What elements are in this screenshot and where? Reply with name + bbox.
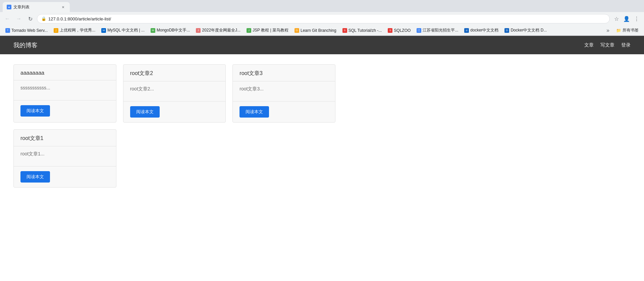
bookmark-favicon-6: G (294, 28, 299, 33)
bookmark-item-10[interactable]: d docker中文文档 (462, 27, 501, 34)
bookmark-item-3[interactable]: M MongoDB中文手... (148, 27, 193, 34)
bookmark-favicon-9: 江 (417, 28, 421, 33)
article-title-section-3: root文章1 (14, 130, 116, 146)
bookmarks-folder-label: 所有书签 (623, 27, 639, 33)
main-nav: 文章 写文章 登录 (584, 42, 631, 48)
folder-icon: 📁 (616, 28, 621, 33)
article-title-0: aaaaaaaa (20, 70, 109, 76)
bookmark-item-9[interactable]: 江 江苏省阳光招生平... (414, 27, 461, 34)
tab-close-button[interactable]: ✕ (60, 4, 66, 10)
address-bar-row: ← → ↻ 🔒 127.0.0.1:8000/article/article-l… (0, 12, 644, 25)
article-card-2: root文章3 root文章3... 阅读本文 (232, 64, 335, 123)
article-title-section-1: root文章2 (123, 65, 226, 81)
articles-grid-row1: aaaaaaaa sssssssssss... 阅读本文 root文章2 roo… (13, 64, 335, 123)
bookmark-label-4: 2022年度全网最全J... (202, 27, 240, 33)
article-title-1: root文章2 (130, 70, 219, 77)
address-bar[interactable]: 🔒 127.0.0.1:8000/article/article-list/ (37, 14, 610, 23)
menu-button[interactable]: ⋮ (632, 14, 641, 23)
bookmark-label-5: JSP 教程 | 菜鸟教程 (253, 27, 288, 33)
bookmark-item-2[interactable]: M MySQL 中文文档 | ... (99, 27, 147, 34)
site-title: 我的博客 (13, 41, 38, 49)
bookmark-item-4[interactable]: 2 2022年度全网最全J... (193, 27, 243, 34)
bookmark-favicon-8: S (388, 28, 392, 33)
bookmarks-folder[interactable]: 📁 所有书签 (613, 27, 641, 34)
bookmark-star-button[interactable]: ☆ (612, 14, 621, 23)
article-excerpt-section-0: sssssssssss... (14, 80, 116, 100)
article-excerpt-1: root文章2... (130, 86, 219, 92)
bookmark-favicon-1: 上 (54, 28, 58, 33)
bookmark-favicon-3: M (151, 28, 155, 33)
bookmark-favicon-0: T (5, 28, 10, 33)
bookmark-item-11[interactable]: D Docker中文文档 D... (502, 27, 549, 34)
forward-button[interactable]: → (14, 14, 23, 23)
article-card-1: root文章2 root文章2... 阅读本文 (123, 64, 226, 123)
tab-title: 文章列表 (13, 4, 30, 10)
bookmark-label-3: MongoDB中文手... (157, 27, 190, 33)
nav-write-link[interactable]: 写文章 (600, 42, 614, 48)
bookmark-favicon-11: D (504, 28, 509, 33)
bookmark-label-1: 上优程网，学优秀... (60, 27, 95, 33)
bookmark-item-5[interactable]: J JSP 教程 | 菜鸟教程 (244, 27, 291, 34)
bookmark-item-0[interactable]: T Tornado Web Serv... (3, 27, 50, 33)
bookmark-favicon-5: J (247, 28, 251, 33)
back-button[interactable]: ← (3, 14, 12, 23)
bookmark-label-10: docker中文文档 (470, 27, 498, 33)
article-excerpt-section-1: root文章2... (123, 81, 226, 101)
article-title-section-2: root文章3 (233, 65, 335, 81)
read-button-2[interactable]: 阅读本文 (239, 106, 269, 118)
bookmark-item-1[interactable]: 上 上优程网，学优秀... (51, 27, 98, 34)
article-action-section-0: 阅读本文 (14, 100, 116, 121)
active-tab[interactable]: ● 文章列表 ✕ (3, 2, 70, 12)
bookmark-label-11: Docker中文文档 D... (511, 27, 547, 33)
bookmark-item-7[interactable]: S SQL Tutorial/zh -... (340, 27, 385, 33)
url-text: 127.0.0.1:8000/article/article-list/ (48, 16, 605, 21)
article-excerpt-section-3: root文章1... (14, 146, 116, 166)
bookmark-label-2: MySQL 中文文档 | ... (107, 27, 145, 33)
bookmark-label-9: 江苏省阳光招生平... (423, 27, 458, 33)
toolbar-actions: ☆ 👤 ⋮ (612, 14, 641, 23)
bookmark-label-0: Tornado Web Serv... (11, 28, 48, 33)
security-icon: 🔒 (41, 16, 46, 21)
nav-articles-link[interactable]: 文章 (584, 42, 594, 48)
bookmark-label-7: SQL Tutorial/zh -... (348, 28, 382, 33)
bookmark-favicon-10: d (464, 28, 469, 33)
article-title-section-0: aaaaaaaa (14, 65, 116, 80)
article-action-section-1: 阅读本文 (123, 101, 226, 122)
browser-chrome: ● 文章列表 ✕ ← → ↻ 🔒 127.0.0.1:8000/article/… (0, 0, 644, 36)
tab-favicon: ● (7, 5, 11, 9)
bookmark-favicon-2: M (101, 28, 106, 33)
article-excerpt-0: sssssssssss... (20, 85, 109, 90)
article-action-section-3: 阅读本文 (14, 166, 116, 187)
tab-bar: ● 文章列表 ✕ (0, 0, 644, 12)
bookmark-favicon-7: S (342, 28, 347, 33)
read-button-1[interactable]: 阅读本文 (130, 106, 160, 118)
read-button-0[interactable]: 阅读本文 (20, 105, 50, 117)
bookmark-item-6[interactable]: G Learn Git Branching (292, 27, 339, 33)
article-action-section-2: 阅读本文 (233, 101, 335, 122)
profile-button[interactable]: 👤 (622, 14, 631, 23)
bookmark-label-8: SQLZOO (394, 28, 411, 33)
bookmark-label-6: Learn Git Branching (301, 28, 336, 33)
bookmarks-bar: T Tornado Web Serv... 上 上优程网，学优秀... M My… (0, 25, 644, 36)
article-title-3: root文章1 (20, 135, 109, 142)
page-header: 我的博客 文章 写文章 登录 (0, 36, 644, 54)
refresh-button[interactable]: ↻ (25, 14, 35, 23)
page-content: aaaaaaaa sssssssssss... 阅读本文 root文章2 roo… (0, 54, 644, 198)
article-title-2: root文章3 (239, 70, 328, 77)
article-card-0: aaaaaaaa sssssssssss... 阅读本文 (13, 64, 116, 123)
article-excerpt-2: root文章3... (239, 86, 328, 92)
bookmarks-overflow-button[interactable]: » (604, 27, 611, 34)
articles-grid-row2: root文章1 root文章1... 阅读本文 (13, 129, 335, 188)
nav-login-link[interactable]: 登录 (621, 42, 631, 48)
read-button-3[interactable]: 阅读本文 (20, 171, 50, 183)
article-excerpt-3: root文章1... (20, 151, 109, 157)
article-card-3: root文章1 root文章1... 阅读本文 (13, 129, 116, 188)
bookmark-item-8[interactable]: S SQLZOO (385, 27, 413, 33)
article-excerpt-section-2: root文章3... (233, 81, 335, 101)
bookmark-favicon-4: 2 (196, 28, 201, 33)
